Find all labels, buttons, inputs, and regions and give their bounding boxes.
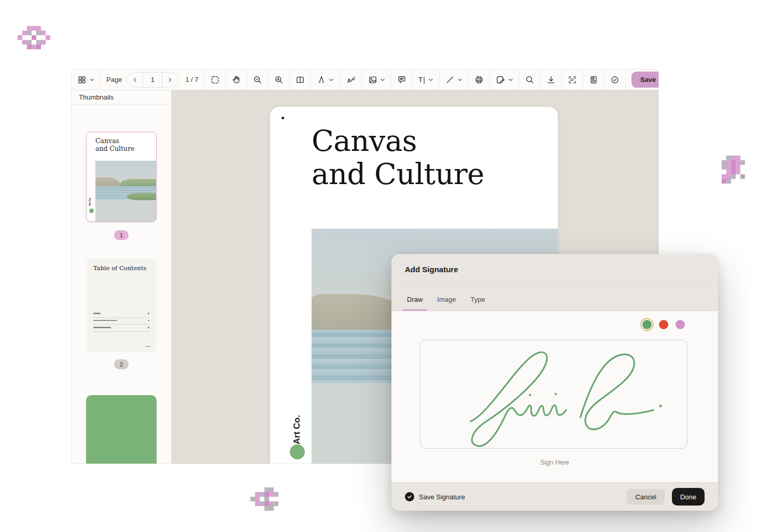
comment-icon [397,75,406,85]
zoom-out-button[interactable] [253,75,262,85]
download-button[interactable] [546,75,556,85]
document-icon [589,75,598,85]
page-stepper: 1 [126,72,178,88]
grid-view-icon [77,75,87,85]
done-button[interactable]: Done [672,488,705,506]
tab-type[interactable]: Type [470,296,485,311]
comment-button[interactable] [397,75,406,85]
current-page-input[interactable]: 1 [143,73,162,87]
dialog-title: Add Signature [405,265,458,274]
thumbnail-1-painting [95,161,156,221]
zoom-out-icon [253,75,262,85]
print-button[interactable] [474,75,484,85]
thumbnail-page-3[interactable] [86,395,157,464]
thumbnails-sidebar: Thumbnails Canvas and Culture Art Co. [72,90,172,464]
page-edit-pencil-icon [496,75,505,85]
chevron-down-icon [380,77,385,82]
save-signature-checkbox[interactable] [405,492,414,501]
sidebar-header: Thumbnails [72,90,171,105]
comment-tool-group [391,69,413,90]
add-signature-dialog: Add Signature Draw Image Type [391,254,718,511]
chevron-down-icon [508,77,513,82]
save-group: Save [626,69,658,90]
search-button[interactable] [525,75,535,85]
signature-scribble-button[interactable] [346,75,356,85]
toc-footnote-mark [146,346,151,347]
text-tool-group: T| [413,69,440,90]
document-title: Canvas and Culture [312,124,484,191]
zoom-out-group [247,69,269,90]
marquee-select-button[interactable] [210,75,220,85]
edit-page-group [490,69,519,90]
brand-dot-icon [290,444,305,459]
pixel-flower-decoration-icon [18,26,50,49]
scan-form-icon [568,75,577,85]
pen-nib-icon [317,75,326,85]
chevron-down-icon [329,77,334,82]
zoom-in-group [269,69,290,90]
pixel-eye-decoration-icon [250,487,283,511]
page-1-badge: 1 [114,230,129,240]
zoom-in-icon [274,75,284,85]
pixel-pen-decoration-icon [722,156,750,184]
search-icon [525,75,535,85]
document-properties-button[interactable] [589,75,598,85]
two-column-view-button[interactable] [296,75,305,85]
page-navigation-group: Page 1 1 / 7 [101,69,205,90]
line-tool-button[interactable] [445,75,462,85]
page-indicator: 1 / 7 [185,76,198,83]
download-group [541,69,562,90]
thumbnail-1-title: Canvas and Culture [95,137,135,153]
dialog-tabs: Draw Image Type [391,285,718,311]
pen-nib-button[interactable] [317,75,334,85]
signature-tool-group [340,69,362,90]
seal-check-icon [610,75,620,85]
chevron-right-icon [167,77,173,82]
thumbnail-2-title: Table of Contents [93,264,146,272]
ink-color-swatches [642,320,685,329]
dialog-footer: Save Signature Cancel Done [391,482,718,511]
printer-icon [474,75,484,85]
print-group [469,69,490,90]
grid-view-button[interactable] [77,75,94,85]
line-icon [445,75,455,85]
text-tool-button[interactable]: T| [418,76,433,84]
tab-image[interactable]: Image [437,296,456,311]
certify-button[interactable] [610,75,620,85]
marquee-select-icon [210,75,220,85]
thumbnail-page-2[interactable]: Table of Contents [87,259,156,351]
scan-form-button[interactable] [568,75,577,85]
pink-ink-swatch[interactable] [676,320,685,329]
green-ink-swatch[interactable] [642,320,652,329]
tab-draw[interactable]: Draw [407,296,423,311]
next-page-button[interactable] [162,73,178,87]
chevron-left-icon [132,77,137,82]
image-icon [368,75,377,85]
chevron-down-icon [89,77,94,82]
page-layout-group [290,69,311,90]
cancel-button[interactable]: Cancel [627,489,664,505]
previous-page-button[interactable] [127,73,143,87]
image-tool-group [362,69,391,90]
checkmark-icon [407,494,412,499]
signature-scribble-icon [346,75,356,85]
thumbnail-1-brand-label: Art Co. [88,197,91,206]
page-background: Page 1 1 / 7 [0,0,759,532]
pen-nib-group [311,69,340,90]
edit-page-button[interactable] [496,75,513,85]
thumbnail-page-1[interactable]: Canvas and Culture Art Co. [86,132,157,222]
signature-draw-pad[interactable] [420,340,687,449]
zoom-in-button[interactable] [274,75,284,85]
insert-image-button[interactable] [368,75,385,85]
download-icon [546,75,556,85]
toc-preview-rows [93,311,149,332]
sidebar-title: Thumbnails [79,93,114,101]
sign-here-label: Sign Here [391,459,718,466]
dialog-content: Sign Here [391,311,718,482]
thumbnail-list: Canvas and Culture Art Co. 1 [72,105,171,464]
view-mode-group [72,69,101,90]
save-button[interactable]: Save [631,72,658,88]
chevron-down-icon [457,77,462,82]
red-ink-swatch[interactable] [659,320,668,329]
hand-tool-button[interactable] [232,75,241,85]
